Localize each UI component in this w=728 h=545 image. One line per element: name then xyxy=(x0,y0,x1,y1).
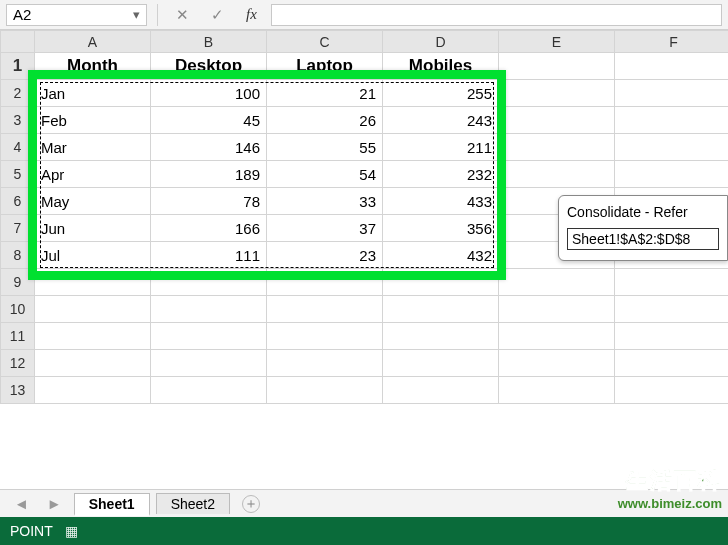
cell[interactable]: 23 xyxy=(267,242,383,269)
cell[interactable]: 45 xyxy=(151,107,267,134)
row-header[interactable]: 1 xyxy=(1,53,35,80)
cell[interactable] xyxy=(35,323,151,350)
cell[interactable] xyxy=(615,269,729,296)
cell[interactable]: Feb xyxy=(35,107,151,134)
name-box[interactable] xyxy=(7,6,127,23)
cell[interactable] xyxy=(499,323,615,350)
cell[interactable] xyxy=(615,161,729,188)
cell[interactable] xyxy=(35,377,151,404)
cell[interactable] xyxy=(267,350,383,377)
cell[interactable] xyxy=(267,377,383,404)
enter-icon[interactable]: ✓ xyxy=(203,6,232,24)
cell[interactable] xyxy=(499,296,615,323)
col-header-d[interactable]: D xyxy=(383,31,499,53)
cell[interactable] xyxy=(615,80,729,107)
cell[interactable]: 255 xyxy=(383,80,499,107)
cell[interactable] xyxy=(615,296,729,323)
row-header[interactable]: 6 xyxy=(1,188,35,215)
cell[interactable] xyxy=(383,350,499,377)
row-header[interactable]: 12 xyxy=(1,350,35,377)
sheet-tab-sheet1[interactable]: Sheet1 xyxy=(74,493,150,516)
cell[interactable] xyxy=(151,377,267,404)
cell[interactable]: 356 xyxy=(383,215,499,242)
cell[interactable]: Apr xyxy=(35,161,151,188)
row-header[interactable]: 3 xyxy=(1,107,35,134)
col-header-c[interactable]: C xyxy=(267,31,383,53)
col-header-f[interactable]: F xyxy=(615,31,729,53)
table-row[interactable]: 9 xyxy=(1,269,729,296)
table-row[interactable]: 13 xyxy=(1,377,729,404)
col-header-e[interactable]: E xyxy=(499,31,615,53)
cell[interactable]: Jun xyxy=(35,215,151,242)
cell[interactable] xyxy=(35,269,151,296)
cell[interactable] xyxy=(499,161,615,188)
cell[interactable]: Mar xyxy=(35,134,151,161)
table-row[interactable]: 10 xyxy=(1,296,729,323)
cell[interactable] xyxy=(151,323,267,350)
cell[interactable]: 243 xyxy=(383,107,499,134)
cell[interactable]: 78 xyxy=(151,188,267,215)
cell[interactable]: 189 xyxy=(151,161,267,188)
cell[interactable]: Jul xyxy=(35,242,151,269)
cell[interactable]: Jan xyxy=(35,80,151,107)
table-row[interactable]: 12 xyxy=(1,350,729,377)
name-box-dropdown[interactable]: ▾ xyxy=(127,7,146,22)
cell[interactable] xyxy=(615,377,729,404)
cell[interactable] xyxy=(383,269,499,296)
row-header[interactable]: 4 xyxy=(1,134,35,161)
worksheet-grid[interactable]: A B C D E F 1 Month Desktop Laptop Mobil… xyxy=(0,30,728,489)
cell[interactable] xyxy=(499,107,615,134)
cell[interactable] xyxy=(615,134,729,161)
tab-nav-prev-icon[interactable]: ◄ xyxy=(8,495,35,512)
cell[interactable]: Mobiles xyxy=(383,53,499,80)
cell[interactable]: 111 xyxy=(151,242,267,269)
cell[interactable] xyxy=(499,53,615,80)
cell[interactable]: 100 xyxy=(151,80,267,107)
cell[interactable] xyxy=(267,269,383,296)
row-header[interactable]: 13 xyxy=(1,377,35,404)
cell[interactable] xyxy=(151,296,267,323)
cell[interactable] xyxy=(35,296,151,323)
col-header-a[interactable]: A xyxy=(35,31,151,53)
cell[interactable] xyxy=(383,377,499,404)
row-header[interactable]: 2 xyxy=(1,80,35,107)
table-row[interactable]: 2 Jan 100 21 255 xyxy=(1,80,729,107)
cell[interactable] xyxy=(499,134,615,161)
cell[interactable]: 37 xyxy=(267,215,383,242)
row-header[interactable]: 11 xyxy=(1,323,35,350)
row-header[interactable]: 9 xyxy=(1,269,35,296)
table-row[interactable]: 1 Month Desktop Laptop Mobiles xyxy=(1,53,729,80)
select-all-corner[interactable] xyxy=(1,31,35,53)
table-row[interactable]: 3 Feb 45 26 243 xyxy=(1,107,729,134)
cell[interactable]: 166 xyxy=(151,215,267,242)
cell[interactable] xyxy=(499,377,615,404)
cell[interactable] xyxy=(267,323,383,350)
cell[interactable]: 433 xyxy=(383,188,499,215)
cell[interactable]: 432 xyxy=(383,242,499,269)
cell[interactable] xyxy=(383,323,499,350)
cell[interactable] xyxy=(267,296,383,323)
cell[interactable] xyxy=(383,296,499,323)
cell[interactable] xyxy=(615,323,729,350)
consolidate-dialog[interactable]: Consolidate - Refer Sheet1!$A$2:$D$8 xyxy=(558,195,728,261)
row-header[interactable]: 8 xyxy=(1,242,35,269)
col-header-b[interactable]: B xyxy=(151,31,267,53)
table-row[interactable]: 11 xyxy=(1,323,729,350)
cell[interactable] xyxy=(151,350,267,377)
cell[interactable] xyxy=(615,350,729,377)
new-sheet-button[interactable]: ＋ xyxy=(242,495,260,513)
cell[interactable] xyxy=(499,80,615,107)
macro-record-icon[interactable]: ▦ xyxy=(65,523,78,539)
cell[interactable]: Desktop xyxy=(151,53,267,80)
cell[interactable] xyxy=(615,53,729,80)
cell[interactable]: 211 xyxy=(383,134,499,161)
formula-input[interactable] xyxy=(271,4,722,26)
cell[interactable]: 55 xyxy=(267,134,383,161)
cancel-icon[interactable]: ✕ xyxy=(168,6,197,24)
fx-icon[interactable]: fx xyxy=(238,6,265,23)
consolidate-reference-input[interactable]: Sheet1!$A$2:$D$8 xyxy=(567,228,719,250)
cell[interactable]: May xyxy=(35,188,151,215)
row-header[interactable]: 7 xyxy=(1,215,35,242)
table-row[interactable]: 5 Apr 189 54 232 xyxy=(1,161,729,188)
cell[interactable] xyxy=(35,350,151,377)
